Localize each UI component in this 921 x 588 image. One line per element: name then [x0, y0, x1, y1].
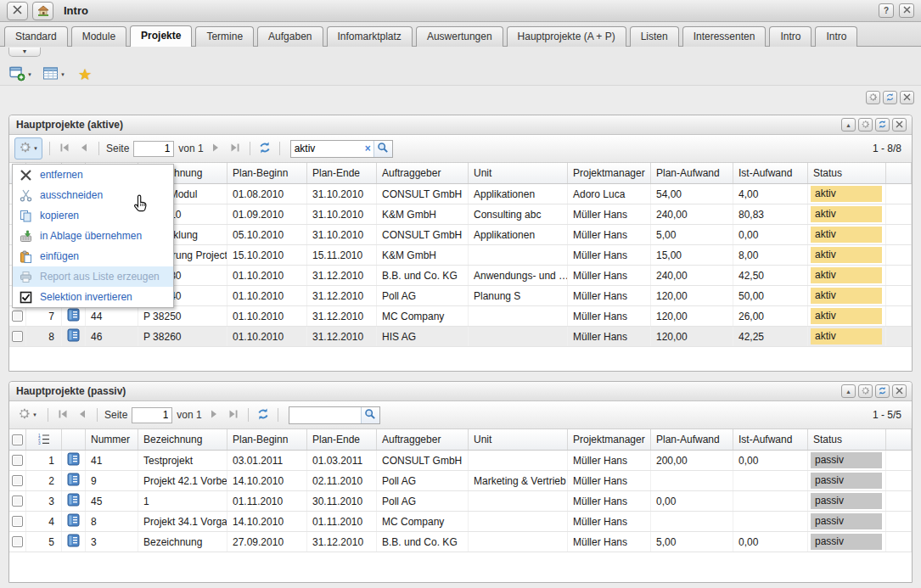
cell-auftraggeber: MC Company: [377, 512, 469, 531]
column-header-ist-aufwand[interactable]: Ist-Aufwand: [733, 163, 808, 183]
row-checkbox[interactable]: [12, 455, 23, 466]
container-close-button[interactable]: [900, 91, 914, 104]
tab-module[interactable]: Module: [71, 26, 126, 47]
refresh-button[interactable]: [256, 407, 271, 423]
row-checkbox[interactable]: [12, 536, 23, 547]
column-header-bezeichnung[interactable]: Bezeichnung: [138, 429, 227, 450]
container-refresh-button[interactable]: [883, 91, 897, 104]
new-window-dropdown-button[interactable]: ▼: [7, 64, 35, 86]
row-checkbox[interactable]: [12, 331, 23, 342]
table-row[interactable]: 141Testprojekt03.01.201101.03.2011CONSUL…: [9, 451, 912, 471]
table-row[interactable]: 846P 3826001.10.201031.12.2010HIS AGMüll…: [9, 327, 912, 347]
panel-settings-button[interactable]: [858, 118, 873, 132]
column-header-unit[interactable]: Unit: [469, 429, 568, 450]
prev-page-button[interactable]: [75, 407, 90, 423]
next-page-button[interactable]: [208, 141, 223, 156]
column-header-plan-ende[interactable]: Plan-Ende: [307, 163, 377, 183]
tab-intro[interactable]: Intro: [769, 26, 811, 47]
window-close-button[interactable]: [7, 2, 28, 20]
menu-item-report-aus-liste-erzeugen[interactable]: Report aus Liste erzeugen: [13, 266, 173, 287]
menu-item-einfügen[interactable]: einfügen: [13, 246, 173, 266]
row-checkbox[interactable]: [12, 516, 23, 527]
column-header-plan-aufwand[interactable]: Plan-Aufwand: [651, 429, 733, 450]
menu-item-ausschneiden[interactable]: ausschneiden: [13, 185, 173, 205]
row-checkbox[interactable]: [12, 311, 23, 322]
column-header-auftraggeber[interactable]: Auftraggeber: [377, 429, 469, 450]
panel-close-button[interactable]: [892, 118, 907, 132]
prev-page-button[interactable]: [76, 141, 92, 156]
last-page-button[interactable]: [226, 407, 241, 423]
column-header-ist-aufwand[interactable]: Ist-Aufwand: [733, 429, 808, 450]
table-row[interactable]: 345101.11.201030.11.2010Poll AGMüller Ha…: [9, 491, 912, 512]
panel-refresh-button[interactable]: [875, 384, 890, 398]
container-settings-button[interactable]: [866, 91, 880, 104]
column-header-nummer[interactable]: Nummer: [86, 429, 138, 450]
tab-auswertungen[interactable]: Auswertungen: [416, 26, 503, 47]
status-cell: aktiv: [808, 225, 886, 244]
panel-collapse-button[interactable]: ▲: [841, 384, 856, 398]
titlebar-close-button[interactable]: [899, 3, 914, 18]
grid-actions-menu-button[interactable]: ▼: [14, 137, 42, 160]
panel-refresh-button[interactable]: [875, 118, 890, 132]
column-header-projektmanager[interactable]: Projektmanager: [568, 429, 651, 450]
column-header-status[interactable]: Status: [808, 429, 886, 450]
row-checkbox[interactable]: [12, 475, 23, 486]
select-all-checkbox[interactable]: [12, 434, 23, 445]
last-page-button[interactable]: [227, 141, 243, 156]
column-header-auftraggeber[interactable]: Auftraggeber: [377, 163, 469, 183]
row-checkbox[interactable]: [12, 496, 23, 507]
menu-item-in-ablage-übernehmen[interactable]: in Ablage übernehmen: [13, 226, 173, 246]
column-header-unit[interactable]: Unit: [469, 163, 568, 183]
column-header-projektmanager[interactable]: Projektmanager: [568, 163, 651, 183]
panel-settings-button[interactable]: [858, 384, 873, 398]
search-input[interactable]: [289, 408, 361, 423]
column-header-plan-ende[interactable]: Plan-Ende: [307, 429, 377, 450]
first-page-button[interactable]: [55, 407, 70, 423]
tab-infomarktplatz[interactable]: Infomarktplatz: [327, 26, 413, 47]
page-number-input[interactable]: [133, 141, 174, 157]
tab-termine[interactable]: Termine: [195, 26, 254, 47]
help-button[interactable]: ?: [879, 3, 894, 18]
clear-search-icon[interactable]: ×: [362, 143, 373, 154]
menu-item-selektion-invertieren[interactable]: Selektion invertieren: [13, 287, 173, 307]
table-row[interactable]: 744P 3825001.10.201031.12.2010MC Company…: [9, 306, 912, 327]
column-header-plan-aufwand[interactable]: Plan-Aufwand: [651, 163, 733, 183]
favorite-star-icon[interactable]: ★: [78, 65, 92, 84]
table-row[interactable]: 48Projekt 34.1 Vorga…14.10.201001.11.201…: [9, 512, 912, 532]
tab-standard[interactable]: Standard: [4, 26, 68, 47]
table-row[interactable]: 29Projekt 42.1 Vorbe…14.10.201002.11.201…: [9, 471, 912, 491]
tab-projekte[interactable]: Projekte: [130, 25, 192, 47]
tab-interessenten[interactable]: Interessenten: [682, 26, 767, 47]
search-button[interactable]: [361, 407, 379, 423]
tab-aufgaben[interactable]: Aufgaben: [257, 26, 323, 47]
next-page-button[interactable]: [206, 407, 222, 423]
page-title: Intro: [64, 4, 88, 17]
refresh-button[interactable]: [257, 141, 272, 156]
cell-bezeichnung: P 38250: [138, 306, 227, 326]
search-input[interactable]: [291, 142, 362, 156]
first-page-button[interactable]: [57, 141, 72, 156]
column-header-plan-beginn[interactable]: Plan-Beginn: [227, 163, 307, 183]
home-button[interactable]: [32, 2, 53, 20]
panel-close-button[interactable]: [892, 384, 907, 398]
row-number-cell: 7: [26, 306, 62, 326]
column-header-status[interactable]: Status: [808, 163, 886, 183]
collapse-handle[interactable]: ▼: [8, 48, 41, 57]
close-icon: [896, 120, 903, 129]
menu-item-entfernen[interactable]: entfernen: [13, 165, 173, 185]
grid-actions-menu-button[interactable]: ▼: [14, 405, 41, 425]
search-button[interactable]: [373, 141, 392, 157]
table-row[interactable]: 53Bezeichnung27.09.201031.12.2010B.B. un…: [9, 532, 912, 552]
panel-collapse-button[interactable]: ▲: [841, 118, 856, 132]
tab-listen[interactable]: Listen: [630, 26, 679, 47]
status-cell: aktiv: [808, 204, 886, 224]
svg-text:3: 3: [38, 441, 41, 445]
tab-hauptprojekte-a-p-[interactable]: Hauptprojekte (A + P): [507, 26, 626, 47]
column-header-plan-beginn[interactable]: Plan-Beginn: [227, 429, 307, 450]
menu-item-kopieren[interactable]: kopieren: [13, 205, 173, 226]
project-doc-icon: [67, 452, 80, 468]
grid-view-dropdown-button[interactable]: ▼: [40, 64, 68, 86]
status-badge: aktiv: [811, 186, 882, 202]
page-number-input[interactable]: [132, 407, 172, 423]
tab-intro[interactable]: Intro: [815, 26, 857, 47]
